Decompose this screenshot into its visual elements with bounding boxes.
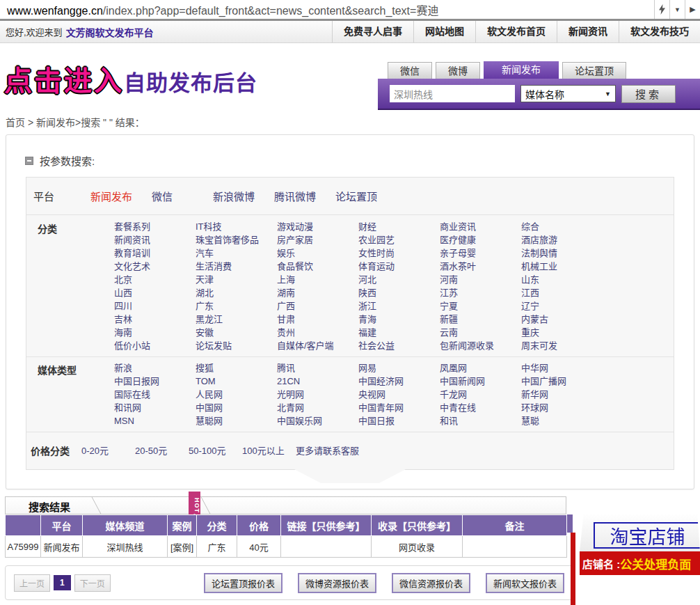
media-link[interactable]: 北青网 (277, 401, 358, 414)
category-link[interactable]: 综合 (521, 220, 603, 233)
category-link[interactable]: 法制舆情 (521, 246, 603, 260)
category-link[interactable]: 广东 (196, 299, 277, 313)
category-link[interactable]: 内蒙古 (521, 313, 603, 326)
media-link[interactable]: MSN (114, 414, 196, 427)
current-page-button[interactable]: 1 (54, 575, 71, 590)
media-link[interactable]: 中国日报 (358, 414, 440, 427)
category-link[interactable]: 游戏动漫 (277, 220, 358, 233)
category-link[interactable]: 海南 (114, 326, 196, 339)
category-link[interactable]: 湖南 (277, 286, 358, 299)
media-link[interactable]: 光明网 (277, 388, 358, 401)
go-button[interactable]: ▶ (685, 0, 700, 19)
taobao-shop-tab[interactable]: 淘宝店铺 (580, 513, 700, 551)
category-link[interactable]: 重庆 (521, 326, 603, 339)
category-link[interactable]: 福建 (358, 326, 440, 339)
platform-item-weixin[interactable]: 微信 (152, 189, 213, 203)
media-link[interactable]: 中国娱乐网 (277, 414, 358, 427)
prev-page-button[interactable]: 上一页 (14, 574, 50, 592)
top-nav-link[interactable]: 新闻资讯 (557, 21, 619, 42)
media-link[interactable]: 21CN (277, 375, 358, 388)
media-link[interactable]: 新浪 (114, 361, 196, 375)
quote-list-button[interactable]: 新闻软文报价表 (486, 573, 564, 593)
result-case-link[interactable]: [案例] (168, 536, 197, 558)
top-nav-link[interactable]: 软文发布技巧 (619, 21, 700, 42)
tab-weixin[interactable]: 微信 (388, 62, 432, 79)
breadcrumb-home[interactable]: 首页 (6, 117, 25, 128)
category-link[interactable]: 浙江 (358, 299, 440, 313)
category-link[interactable]: 黑龙江 (196, 313, 277, 326)
media-link[interactable]: TOM (196, 375, 277, 388)
quote-list-button[interactable]: 论坛置顶报价表 (204, 573, 283, 593)
tab-news-publish[interactable]: 新闻发布 (484, 61, 559, 79)
category-link[interactable]: 生活消费 (196, 260, 277, 273)
category-link[interactable]: 河北 (358, 273, 440, 286)
category-link[interactable]: 贵州 (277, 326, 358, 339)
media-link[interactable]: 新华网 (521, 388, 603, 401)
next-page-button[interactable]: 下一页 (74, 574, 111, 592)
platform-item-sina-weibo[interactable]: 新浪微博 (213, 189, 274, 203)
category-link[interactable]: 房产家居 (277, 233, 358, 246)
media-link[interactable]: 腾讯 (277, 361, 358, 375)
lightning-icon[interactable] (654, 0, 669, 19)
category-link[interactable]: 文化艺术 (114, 260, 196, 273)
search-input[interactable] (390, 85, 515, 102)
category-link[interactable]: 女性时尚 (358, 246, 440, 260)
category-link[interactable]: 套餐系列 (114, 220, 196, 233)
media-name-select[interactable]: 媒体名称 ▼ (520, 85, 616, 102)
media-link[interactable]: 中国经济网 (358, 375, 440, 388)
category-link[interactable]: 农业园艺 (358, 233, 440, 246)
tab-weibo[interactable]: 微博 (436, 62, 480, 79)
media-link[interactable]: 慧聪 (521, 414, 603, 427)
category-link[interactable]: 上海 (277, 273, 358, 286)
category-link[interactable]: 天津 (196, 273, 277, 286)
media-link[interactable]: 搜狐 (196, 361, 277, 375)
category-link[interactable]: 湖北 (196, 286, 277, 299)
category-link[interactable]: 论坛发贴 (196, 339, 277, 352)
category-link[interactable]: 甘肃 (277, 313, 358, 326)
category-link[interactable]: 辽宁 (521, 299, 603, 313)
category-link[interactable]: 珠宝首饰奢侈品 (196, 233, 277, 246)
media-link[interactable]: 环球网 (521, 401, 603, 414)
category-link[interactable]: 周末可发 (521, 339, 603, 352)
self-publish-banner[interactable]: 点击进入 自助发布后台 (4, 58, 257, 99)
category-link[interactable]: 四川 (114, 299, 196, 313)
quote-list-button[interactable]: 微信资源报价表 (392, 573, 470, 593)
category-link[interactable]: 宁夏 (440, 299, 521, 313)
media-link[interactable]: 中国青年网 (358, 401, 440, 414)
category-link[interactable]: 财经 (358, 220, 440, 233)
panel-notch-handle[interactable] (294, 469, 406, 483)
category-link[interactable]: 机械工业 (521, 260, 603, 273)
category-link[interactable]: 北京 (114, 273, 196, 286)
media-link[interactable]: 中青在线 (440, 401, 521, 414)
category-link[interactable]: 教育培训 (114, 246, 196, 260)
top-nav-link[interactable]: 网站地图 (413, 21, 475, 42)
price-tier-link[interactable]: 0-20元 (81, 443, 135, 457)
platform-item-forum-top[interactable]: 论坛置顶 (335, 189, 397, 203)
category-link[interactable]: 安徽 (196, 326, 277, 339)
search-button[interactable]: 搜索 (621, 85, 676, 103)
shop-name-banner[interactable]: 店铺名 : 公关处理负面 (580, 551, 700, 575)
category-link[interactable]: IT科技 (196, 220, 277, 233)
price-tier-link[interactable]: 20-50元 (135, 443, 189, 457)
dropdown-button[interactable]: ▼ (669, 0, 685, 19)
category-link[interactable]: 新疆 (440, 313, 521, 326)
top-nav-link[interactable]: 免费寻人启事 (332, 21, 413, 42)
media-link[interactable]: 国际在线 (114, 388, 196, 401)
site-name-link[interactable]: 文芳阁软文发布平台 (66, 25, 154, 39)
category-link[interactable]: 山西 (114, 286, 196, 299)
result-media-channel-link[interactable]: 深圳热线 (83, 536, 168, 558)
collapse-icon[interactable] (25, 157, 33, 165)
category-link[interactable]: 医疗健康 (440, 233, 521, 246)
category-link[interactable]: 低价小站 (114, 339, 196, 352)
quote-list-button[interactable]: 微博资源报价表 (298, 573, 376, 593)
media-link[interactable]: 中国新闻网 (440, 375, 521, 388)
top-nav-link[interactable]: 软文发布首页 (475, 21, 557, 42)
category-link[interactable]: 亲子母婴 (440, 246, 521, 260)
category-link[interactable]: 包新闻源收录 (440, 339, 521, 352)
category-link[interactable]: 河南 (440, 273, 521, 286)
category-link[interactable]: 食品餐饮 (277, 260, 358, 273)
media-link[interactable]: 中国广播网 (521, 375, 603, 388)
media-link[interactable]: 和讯 (440, 414, 521, 427)
price-tier-link[interactable]: 100元以上 (242, 443, 296, 457)
platform-item-news[interactable]: 新闻发布 (90, 189, 152, 203)
